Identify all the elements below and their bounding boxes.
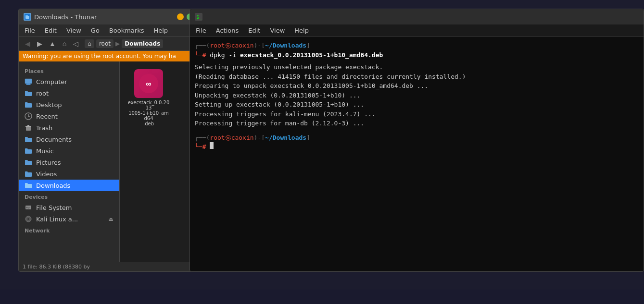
sidebar-item-videos[interactable]: Videos (19, 168, 119, 180)
terminal-content: ┌──(root㉿caoxin)-[~/Downloads] └─# dpkg … (190, 37, 644, 271)
terminal-output-3: Preparing to unpack execstack_0.0.201310… (195, 81, 639, 91)
terminal-line-2: ┌──(root㉿caoxin)-[~/Downloads] (195, 133, 639, 143)
menu-edit[interactable]: Edit (43, 26, 59, 35)
terminal-cursor (210, 142, 214, 149)
taskbar (0, 290, 644, 304)
terminal-icon: $_ (195, 13, 205, 21)
up-button[interactable]: ▲ (47, 39, 58, 49)
menu-help[interactable]: Help (152, 26, 170, 35)
kali-drive-icon (25, 215, 32, 223)
music-icon (25, 147, 32, 155)
file-manager-titlebar: Downloads - Thunar (19, 9, 208, 24)
videos-icon (25, 170, 32, 178)
terminal-output-4: Unpacking execstack (0.0.20131005-1+b10)… (195, 91, 639, 100)
breadcrumb: ⌂ root ▶ Downloads (85, 39, 163, 48)
svg-rect-2 (25, 15, 28, 16)
toggle-sidebar-button[interactable]: ◁ (71, 39, 81, 49)
sidebar-recent-label: Recent (36, 113, 58, 120)
sidebar-item-downloads[interactable]: Downloads (19, 180, 119, 191)
svg-point-17 (27, 218, 29, 220)
recent-icon (25, 112, 32, 120)
svg-rect-3 (25, 79, 32, 84)
svg-rect-4 (26, 84, 30, 85)
thunar-icon (24, 13, 31, 21)
devices-section-label: Devices (19, 191, 119, 202)
sidebar-downloads-label: Downloads (36, 182, 70, 189)
terminal-output-1: Selecting previously unselected package … (195, 62, 639, 72)
file-item-deb[interactable]: ∞ execstack_0.0.20131005-1+b10_amd64.deb (125, 66, 173, 129)
term-menu-edit[interactable]: Edit (246, 26, 262, 35)
menu-go[interactable]: Go (89, 26, 101, 35)
svg-point-13 (26, 207, 28, 208)
file-manager-menubar: File Edit View Go Bookmarks Help (19, 24, 208, 37)
computer-icon (25, 78, 32, 85)
svg-rect-15 (28, 208, 29, 208)
root-folder-icon (25, 89, 32, 97)
svg-text:∞: ∞ (146, 80, 151, 88)
window-title: Downloads - Thunar (34, 13, 97, 21)
titlebar-left: Downloads - Thunar (24, 13, 97, 21)
sidebar: Places Computer root (19, 61, 120, 262)
filesystem-icon (25, 204, 32, 211)
file-manager-window: Downloads - Thunar File Edit View Go Boo… (18, 9, 208, 272)
terminal-line-cursor: └─# (195, 142, 639, 152)
terminal-output-7: Processing triggers for man-db (2.12.0-3… (195, 119, 639, 128)
eject-icon[interactable]: ⏏ (109, 216, 114, 222)
sidebar-music-label: Music (36, 147, 54, 155)
menu-file[interactable]: File (23, 26, 37, 35)
sidebar-item-music[interactable]: Music (19, 145, 119, 157)
breadcrumb-current[interactable]: Downloads (122, 39, 163, 48)
back-button[interactable]: ◀ (23, 39, 33, 49)
term-menu-view[interactable]: View (268, 26, 287, 35)
breadcrumb-home-icon: ⌂ (85, 39, 94, 48)
terminal-output-5: Setting up execstack (0.0.20131005-1+b10… (195, 100, 639, 109)
sidebar-item-root[interactable]: root (19, 87, 119, 99)
terminal-line-cmd: └─# dpkg -i execstack_0.0.20131005-1+b10… (195, 50, 639, 60)
sidebar-desktop-label: Desktop (36, 101, 62, 109)
downloads-icon (25, 182, 32, 189)
svg-rect-10 (25, 126, 31, 127)
deb-file-icon: ∞ (134, 69, 163, 98)
menu-bookmarks[interactable]: Bookmarks (107, 26, 146, 35)
sidebar-computer-label: Computer (36, 78, 67, 85)
terminal-line-1: ┌──(root㉿caoxin)-[~/Downloads] (195, 41, 639, 50)
svg-rect-11 (27, 125, 29, 126)
terminal-window: $_ File Actions Edit View Help ┌──(root㉿… (189, 9, 644, 272)
sidebar-pictures-label: Pictures (36, 159, 61, 166)
sidebar-item-recent[interactable]: Recent (19, 110, 119, 122)
sidebar-item-trash[interactable]: Trash (19, 122, 119, 134)
terminal-output-2: (Reading database ... 414150 files and d… (195, 72, 639, 82)
sidebar-item-kali[interactable]: Kali Linux a... ⏏ (19, 213, 119, 225)
sidebar-item-computer[interactable]: Computer (19, 76, 119, 87)
sidebar-documents-label: Documents (36, 136, 72, 143)
term-menu-file[interactable]: File (194, 26, 208, 35)
breadcrumb-separator: ▶ (115, 40, 120, 47)
terminal-menubar: File Actions Edit View Help (190, 24, 644, 37)
svg-rect-5 (26, 85, 31, 85)
sidebar-item-filesystem[interactable]: File System (19, 202, 119, 213)
warning-bar: Warning: you are using the root account.… (19, 51, 208, 61)
svg-rect-9 (26, 126, 31, 131)
menu-view[interactable]: View (64, 26, 83, 35)
desktop-folder-icon (25, 101, 32, 109)
status-bar: 1 file: 86.3 KiB (88380 by (19, 262, 208, 271)
breadcrumb-root[interactable]: root (96, 39, 114, 48)
sidebar-kali-label: Kali Linux a... (36, 216, 78, 223)
network-section-label: Network (19, 225, 119, 235)
term-menu-help[interactable]: Help (292, 26, 311, 35)
forward-button[interactable]: ▶ (35, 39, 45, 49)
places-section-label: Places (19, 65, 119, 76)
file-manager-content: Places Computer root (19, 61, 208, 262)
terminal-output-6: Processing triggers for kali-menu (2023.… (195, 109, 639, 119)
minimize-button[interactable] (177, 13, 184, 20)
sidebar-item-documents[interactable]: Documents (19, 134, 119, 145)
sidebar-trash-label: Trash (36, 124, 52, 132)
home-button[interactable]: ⌂ (60, 39, 69, 49)
sidebar-filesystem-label: File System (36, 204, 72, 211)
sidebar-root-label: root (36, 90, 49, 97)
sidebar-item-pictures[interactable]: Pictures (19, 157, 119, 168)
term-menu-actions[interactable]: Actions (214, 26, 241, 35)
file-manager-toolbar: ◀ ▶ ▲ ⌂ ◁ ⌂ root ▶ Downloads (19, 37, 208, 51)
sidebar-item-desktop[interactable]: Desktop (19, 99, 119, 110)
pictures-icon (25, 158, 32, 166)
